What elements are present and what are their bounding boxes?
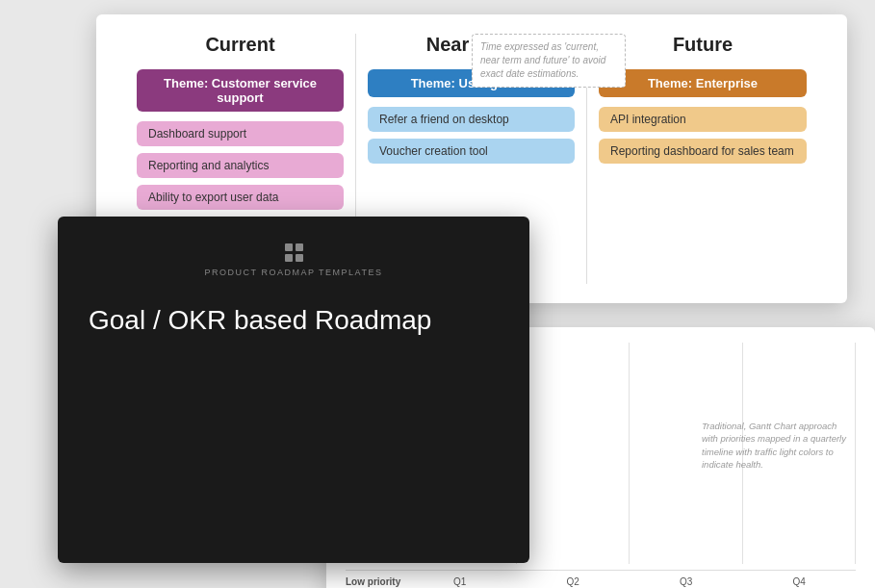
item-refer-friend: Refer a friend on desktop [368,107,575,132]
logo-grid-icon [285,243,303,262]
quarter-q2: Q2 [517,576,631,587]
theme-badge-current: Theme: Customer service support [137,69,344,112]
dark-okr-card: PRODUCT ROADMAP TEMPLATES Goal / OKR bas… [58,217,529,563]
dark-card-subtitle: PRODUCT ROADMAP TEMPLATES [205,268,383,277]
gantt-quarters: Low priority Q1 Q2 Q3 Q4 [346,570,856,587]
item-api-integration: API integration [599,107,807,132]
dark-card-title: Goal / OKR based Roadmap [89,304,499,337]
quarter-q3: Q3 [630,576,743,587]
roadmap-tooltip: Time expressed as 'current, near term an… [472,34,626,88]
item-voucher-tool: Voucher creation tool [368,139,575,164]
theme-badge-future: Theme: Enterprise [599,69,807,97]
gantt-tooltip: Traditional, Gantt Chart approach with p… [702,420,846,471]
quarter-q4: Q4 [743,576,857,587]
item-dashboard-support: Dashboard support [137,121,344,146]
logo-area: PRODUCT ROADMAP TEMPLATES [205,243,383,277]
priority-label: Low priority [346,576,403,587]
item-reporting-analytics: Reporting and analytics [137,153,344,178]
col-header-future: Future [599,34,807,56]
item-export-user-data: Ability to export user data [137,185,344,210]
col-header-current: Current [137,34,344,56]
quarter-q1: Q1 [403,576,517,587]
item-reporting-sales: Reporting dashboard for sales team [599,139,807,164]
